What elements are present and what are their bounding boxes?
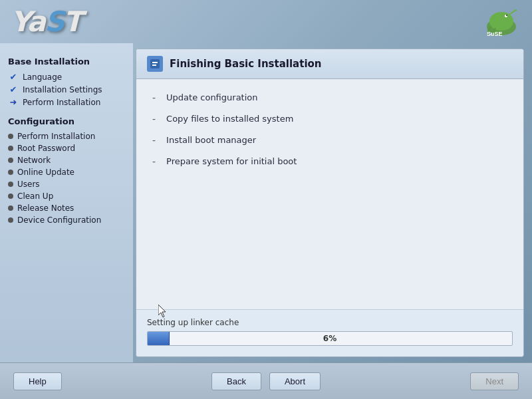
sidebar-item-clean-up[interactable]: Clean Up	[5, 190, 128, 202]
svg-rect-7	[152, 62, 158, 63]
dash-icon: -	[152, 156, 156, 167]
panel-body: - Update configuration - Copy files to i…	[136, 79, 523, 309]
install-step-install-boot: - Install boot manager	[152, 135, 507, 146]
sidebar-item-network[interactable]: Network	[5, 154, 128, 166]
dash-icon: -	[152, 114, 156, 124]
sidebar-label-root-password: Root Password	[17, 144, 75, 153]
checkmark-icon: ✔	[8, 72, 19, 82]
install-step-prepare-system: - Prepare system for initial boot	[152, 156, 507, 167]
panel-header: Finishing Basic Installation	[136, 49, 523, 79]
install-step-update-config: - Update configuration	[152, 92, 507, 103]
bullet-icon	[8, 146, 13, 151]
bullet-icon	[8, 217, 13, 223]
yast-logo: YaST	[11, 5, 81, 38]
sidebar-item-users[interactable]: Users	[5, 178, 128, 190]
bullet-icon	[8, 158, 13, 163]
sidebar-label-network: Network	[17, 156, 51, 165]
step-label-install-boot: Install boot manager	[166, 135, 256, 145]
footer-center-buttons: Back Abort	[211, 372, 321, 390]
sidebar-label-users: Users	[17, 180, 40, 189]
sidebar-label-perform-installation-base: Perform Installation	[23, 98, 100, 107]
sidebar-label-online-update: Online Update	[17, 168, 74, 177]
bullet-icon	[8, 182, 13, 187]
bullet-icon	[8, 205, 13, 211]
bullet-icon	[8, 170, 13, 175]
checkmark-icon: ✔	[8, 84, 19, 94]
sidebar-item-online-update[interactable]: Online Update	[5, 166, 128, 178]
sidebar-label-language: Language	[23, 72, 62, 82]
footer: Help Back Abort Next	[0, 362, 532, 399]
content-panel: Finishing Basic Installation - Update co…	[136, 49, 524, 357]
sidebar-label-device-configuration: Device Configuration	[17, 215, 101, 225]
panel-header-icon	[147, 56, 163, 72]
sidebar-item-device-configuration[interactable]: Device Configuration	[5, 214, 128, 226]
sidebar-item-root-password[interactable]: Root Password	[5, 142, 128, 154]
back-button[interactable]: Back	[211, 372, 261, 390]
panel-title: Finishing Basic Installation	[170, 58, 322, 70]
install-step-copy-files: - Copy files to installed system	[152, 114, 507, 124]
bullet-icon	[8, 194, 13, 199]
sidebar-item-language[interactable]: ✔ Language	[5, 70, 128, 83]
step-label-copy-files: Copy files to installed system	[166, 114, 293, 124]
progress-text: 6%	[323, 334, 336, 343]
sidebar-item-release-notes[interactable]: Release Notes	[5, 202, 128, 214]
progress-label: Setting up linker cache	[147, 318, 513, 327]
dash-icon: -	[152, 92, 156, 103]
sidebar-label-clean-up: Clean Up	[17, 192, 53, 201]
sidebar-item-perform-installation-cfg[interactable]: Perform Installation	[5, 130, 128, 142]
dash-icon: -	[152, 135, 156, 146]
base-installation-title: Base Installation	[5, 57, 128, 66]
sidebar-item-perform-installation-base[interactable]: ➜ Perform Installation	[5, 96, 128, 108]
svg-text:SuSE: SuSE	[487, 31, 503, 37]
progress-section: Setting up linker cache 6%	[136, 309, 523, 356]
sidebar-label-installation-settings: Installation Settings	[23, 85, 102, 94]
abort-button[interactable]: Abort	[269, 372, 321, 390]
arrow-icon: ➜	[8, 97, 19, 107]
next-button[interactable]: Next	[470, 372, 519, 390]
bullet-icon	[8, 134, 13, 139]
svg-point-4	[506, 15, 507, 16]
main-layout: Base Installation ✔ Language ✔ Installat…	[0, 43, 532, 362]
sidebar: Base Installation ✔ Language ✔ Installat…	[0, 43, 133, 362]
sidebar-label-release-notes: Release Notes	[17, 203, 74, 213]
svg-rect-6	[150, 59, 160, 68]
progress-bar-outer: 6%	[147, 331, 513, 346]
header: YaST SuSE	[0, 0, 532, 43]
svg-rect-8	[152, 65, 156, 66]
step-label-update-config: Update configuration	[166, 92, 257, 102]
sidebar-label-perform-installation-cfg: Perform Installation	[17, 132, 95, 141]
step-label-prepare-system: Prepare system for initial boot	[166, 156, 297, 166]
suse-logo: SuSE	[481, 5, 521, 39]
progress-bar-inner	[148, 332, 170, 345]
configuration-title: Configuration	[5, 116, 128, 126]
sidebar-item-installation-settings[interactable]: ✔ Installation Settings	[5, 83, 128, 96]
help-button[interactable]: Help	[13, 372, 62, 390]
